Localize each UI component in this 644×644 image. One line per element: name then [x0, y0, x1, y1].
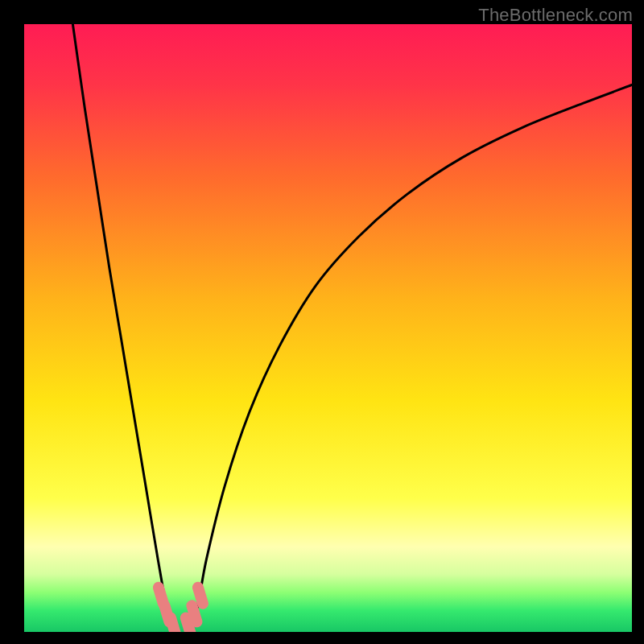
marker-dot: [198, 588, 203, 604]
curve-layer: [24, 24, 632, 632]
plot-area: [24, 24, 632, 632]
flat-bottom-markers: [159, 588, 203, 632]
marker-dot: [192, 605, 196, 621]
marker-dot: [186, 617, 191, 632]
watermark-text: TheBottleneck.com: [478, 5, 633, 26]
bottleneck-curve: [72, 24, 632, 632]
marker-dot: [171, 617, 175, 632]
chart-frame: TheBottleneck.com: [0, 0, 644, 644]
